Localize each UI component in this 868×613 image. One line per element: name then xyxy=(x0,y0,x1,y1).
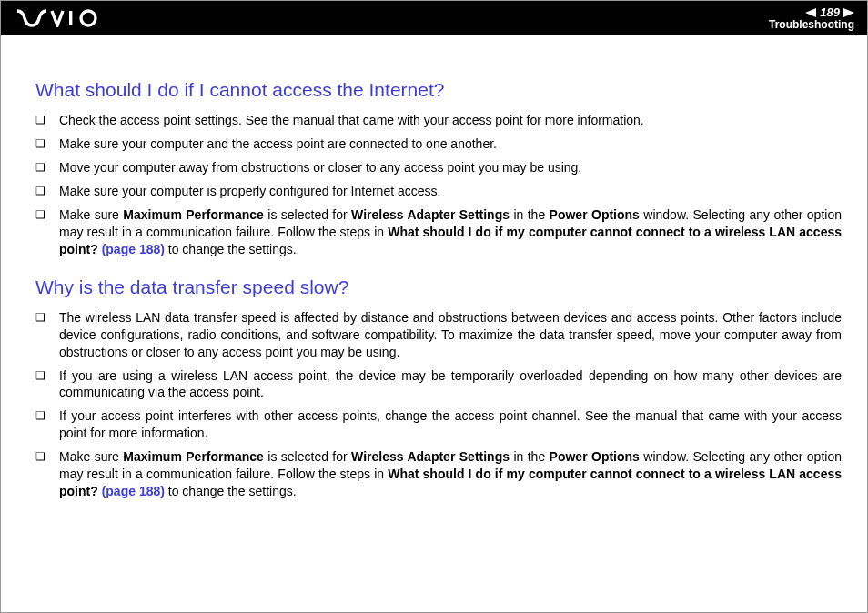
list-item: ❑ Make sure Maximum Performance is selec… xyxy=(35,448,842,500)
item-text: Make sure your computer and the access p… xyxy=(59,136,842,153)
bullet-icon: ❑ xyxy=(35,448,59,465)
item-text: Move your computer away from obstruction… xyxy=(59,159,842,176)
nav-prev-icon[interactable] xyxy=(805,8,816,17)
page-header: 189 Troubleshooting xyxy=(1,1,867,35)
page-nav: 189 xyxy=(805,6,854,18)
bullet-icon: ❑ xyxy=(35,112,59,128)
bullet-icon: ❑ xyxy=(35,136,59,152)
answer-list-2: ❑ The wireless LAN data transfer speed i… xyxy=(35,309,842,500)
list-item: ❑ Move your computer away from obstructi… xyxy=(35,159,842,176)
page-link[interactable]: (page 188) xyxy=(98,242,165,256)
list-item: ❑ The wireless LAN data transfer speed i… xyxy=(35,309,842,361)
list-item: ❑ Check the access point settings. See t… xyxy=(35,112,842,129)
item-text: If you are using a wireless LAN access p… xyxy=(59,367,842,402)
page-link[interactable]: (page 188) xyxy=(98,484,165,498)
svg-rect-0 xyxy=(69,11,72,25)
item-text: If your access point interferes with oth… xyxy=(59,407,842,442)
page-number: 189 xyxy=(820,6,840,18)
section-label: Troubleshooting xyxy=(769,19,854,30)
list-item: ❑ If your access point interferes with o… xyxy=(35,407,842,442)
list-item: ❑ Make sure your computer is properly co… xyxy=(35,183,842,200)
answer-list-1: ❑ Check the access point settings. See t… xyxy=(35,112,842,257)
question-heading-2: Why is the data transfer speed slow? xyxy=(35,275,842,300)
item-text: Make sure Maximum Performance is selecte… xyxy=(59,448,842,500)
header-right: 189 Troubleshooting xyxy=(769,6,854,30)
bullet-icon: ❑ xyxy=(35,159,59,176)
bullet-icon: ❑ xyxy=(35,407,59,424)
item-text: Make sure Maximum Performance is selecte… xyxy=(59,206,842,258)
nav-next-icon[interactable] xyxy=(843,8,854,17)
svg-marker-3 xyxy=(843,8,854,17)
page-content: What should I do if I cannot access the … xyxy=(1,35,867,525)
bullet-icon: ❑ xyxy=(35,183,59,199)
bullet-icon: ❑ xyxy=(35,206,59,223)
item-text: Make sure your computer is properly conf… xyxy=(59,183,842,200)
bullet-icon: ❑ xyxy=(35,309,59,326)
bullet-icon: ❑ xyxy=(35,367,59,384)
vaio-logo xyxy=(17,9,101,27)
question-heading-1: What should I do if I cannot access the … xyxy=(35,77,842,103)
list-item: ❑ If you are using a wireless LAN access… xyxy=(35,367,842,402)
svg-point-1 xyxy=(81,11,96,25)
item-text: The wireless LAN data transfer speed is … xyxy=(59,309,842,361)
item-text: Check the access point settings. See the… xyxy=(59,112,842,129)
list-item: ❑ Make sure your computer and the access… xyxy=(35,136,842,153)
svg-marker-2 xyxy=(805,8,816,17)
list-item: ❑ Make sure Maximum Performance is selec… xyxy=(35,206,842,258)
